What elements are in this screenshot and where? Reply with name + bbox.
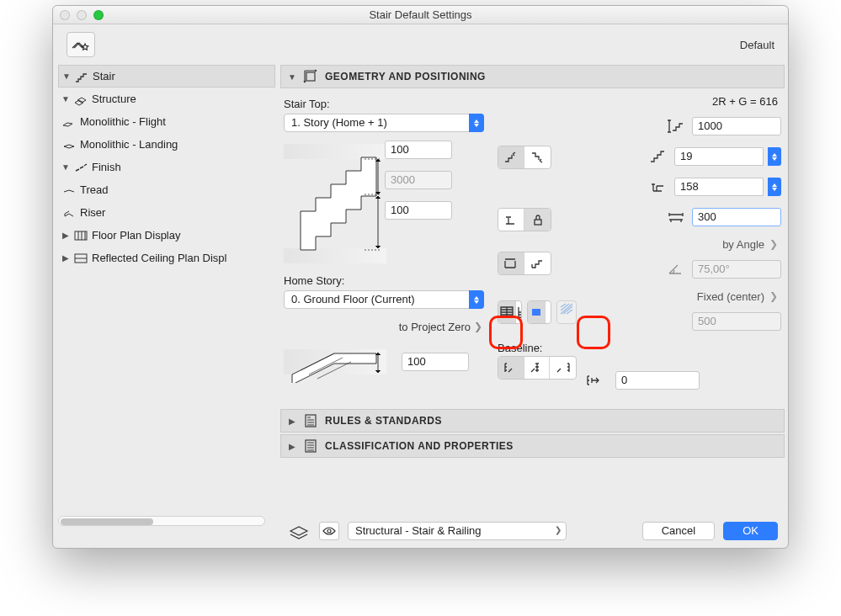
section-header-rules[interactable]: ▶ RULES & STANDARDS xyxy=(280,409,785,433)
dropdown-arrows-icon[interactable] xyxy=(469,290,484,309)
stair-width-input: 500 xyxy=(692,312,781,331)
tree-label: Finish xyxy=(92,161,121,173)
disclosure-triangle-icon[interactable]: ▼ xyxy=(288,72,296,82)
to-project-zero-link[interactable]: to Project Zero ❯ xyxy=(284,317,482,336)
finish-icon xyxy=(73,161,88,174)
disclosure-triangle-icon[interactable]: ▶ xyxy=(61,253,70,263)
riser-count-stepper[interactable] xyxy=(768,147,781,166)
settings-tree-sidebar: ▼ Stair ▼ Structure Monolithic - Flight … xyxy=(53,65,275,548)
stair-top-label: Stair Top: xyxy=(284,98,330,110)
structure-icon xyxy=(73,93,88,106)
going-input[interactable]: 300 xyxy=(692,208,781,226)
tree-label: Reflected Ceiling Plan Displ xyxy=(92,252,226,264)
project-zero-diagram: 100 xyxy=(284,341,484,383)
tree-item-stair[interactable]: ▼ Stair xyxy=(58,65,275,88)
walkline-mode-toggle[interactable] xyxy=(498,146,551,169)
walkline-up-option[interactable] xyxy=(498,146,524,168)
tree-label: Structure xyxy=(92,93,136,105)
window-titlebar: Stair Default Settings xyxy=(53,6,788,24)
minimize-icon[interactable] xyxy=(77,10,87,20)
close-icon[interactable] xyxy=(60,10,70,20)
stair-top-select[interactable]: 1. Story (Home + 1) xyxy=(284,114,484,132)
tree-item-structure[interactable]: ▼ Structure xyxy=(58,88,275,110)
width-mode-label: Fixed (center) xyxy=(697,290,764,303)
disclosure-triangle-icon[interactable]: ▶ xyxy=(288,442,296,451)
walkline-down-option[interactable] xyxy=(524,146,551,168)
riser-locked-option[interactable] xyxy=(524,209,551,231)
total-height-icon xyxy=(665,117,687,135)
tree-item-floor-plan-display[interactable]: ▶ Floor Plan Display xyxy=(58,224,275,247)
flight-icon xyxy=(61,115,77,129)
turning-type-toggle[interactable] xyxy=(527,300,551,324)
tree-label: Stair xyxy=(93,70,115,82)
tree-item-finish[interactable]: ▼ Finish xyxy=(58,156,275,178)
width-mode-link[interactable]: Fixed (center) ❯ xyxy=(583,288,781,305)
tree-item-monolithic-landing[interactable]: Monolithic - Landing xyxy=(58,133,275,156)
winder-pattern-icon xyxy=(556,300,577,324)
going-free-option[interactable] xyxy=(498,252,524,274)
baseline-center-option[interactable] xyxy=(524,357,551,379)
ok-button[interactable]: OK xyxy=(723,522,778,540)
classification-icon xyxy=(303,438,318,454)
favorites-button[interactable] xyxy=(67,32,95,57)
section-header-classification[interactable]: ▶ CLASSIFICATION AND PROPERTIES xyxy=(280,434,785,458)
going-lock-toggle[interactable] xyxy=(498,252,551,275)
segment-type-toggle[interactable] xyxy=(498,300,522,324)
riser-height-input[interactable]: 158 xyxy=(674,178,764,196)
window-title: Stair Default Settings xyxy=(369,8,471,21)
segment-straight-option[interactable] xyxy=(498,301,516,323)
going-locked-option[interactable] xyxy=(524,252,551,274)
window-controls xyxy=(60,10,104,20)
riser-linked-option[interactable] xyxy=(498,209,524,231)
turning-landing-option[interactable] xyxy=(528,301,546,323)
tree-label: Monolithic - Flight xyxy=(80,115,166,128)
dialog-window: Stair Default Settings Default ▼ Stair ▼ xyxy=(52,5,789,549)
tree-item-riser[interactable]: Riser xyxy=(58,201,275,224)
stair-elevation-diagram: 100 3000 100 xyxy=(284,141,484,267)
home-story-select[interactable]: 0. Ground Floor (Current) xyxy=(284,290,484,309)
dropdown-arrows-icon[interactable] xyxy=(469,114,484,132)
layer-select[interactable]: Structural - Stair & Railing ❯ xyxy=(348,522,567,540)
angle-input: 75,00° xyxy=(692,260,781,279)
layer-stack-icon xyxy=(287,523,311,539)
bottom-offset-input[interactable]: 100 xyxy=(385,201,452,220)
disclosure-triangle-icon[interactable]: ▶ xyxy=(288,417,296,426)
riser-lock-toggle[interactable] xyxy=(498,208,551,231)
tree-item-rcp-display[interactable]: ▶ Reflected Ceiling Plan Displ xyxy=(58,247,275,269)
stair-top-value: 1. Story (Home + 1) xyxy=(284,114,484,132)
tree-item-tread[interactable]: Tread xyxy=(58,178,275,201)
disclosure-triangle-icon[interactable]: ▼ xyxy=(62,72,71,81)
disclosure-triangle-icon[interactable]: ▼ xyxy=(61,94,70,104)
floorplan-icon xyxy=(73,229,88,242)
layer-visibility-toggle[interactable] xyxy=(319,522,339,540)
disclosure-triangle-icon[interactable]: ▼ xyxy=(61,162,70,172)
selection-scope-label: Default xyxy=(740,39,774,51)
project-zero-input[interactable]: 100 xyxy=(402,353,469,371)
riser-count-input[interactable]: 19 xyxy=(674,147,764,166)
riser-height-stepper[interactable] xyxy=(768,178,781,196)
zoom-icon[interactable] xyxy=(93,10,104,20)
by-angle-link[interactable]: by Angle ❯ xyxy=(583,236,781,252)
section-header-geometry[interactable]: ▼ GEOMETRY AND POSITIONING xyxy=(280,65,785,88)
section-title: GEOMETRY AND POSITIONING xyxy=(325,71,486,82)
by-angle-label: by Angle xyxy=(722,238,764,251)
baseline-offset-icon xyxy=(583,371,605,390)
scrollbar-thumb[interactable] xyxy=(61,518,153,525)
baseline-left-option[interactable] xyxy=(498,357,524,379)
stair-formula-label: 2R + G = 616 xyxy=(583,95,778,108)
svg-point-7 xyxy=(327,529,331,533)
baseline-right-option[interactable] xyxy=(550,357,576,379)
horizontal-scrollbar[interactable] xyxy=(58,516,265,526)
turning-popup-icon[interactable] xyxy=(546,301,551,323)
disclosure-triangle-icon[interactable]: ▶ xyxy=(61,231,70,240)
svg-rect-3 xyxy=(535,220,541,225)
tree-item-monolithic-flight[interactable]: Monolithic - Flight xyxy=(58,110,275,133)
segment-winder-option[interactable] xyxy=(516,301,522,323)
popup-chevron-icon: ❯ xyxy=(555,525,562,534)
tree-label: Riser xyxy=(80,206,105,219)
total-height-input[interactable]: 1000 xyxy=(692,117,781,135)
baseline-position-toggle[interactable] xyxy=(498,356,577,380)
top-offset-input[interactable]: 100 xyxy=(385,141,452,159)
baseline-offset-input[interactable]: 0 xyxy=(615,371,700,390)
cancel-button[interactable]: Cancel xyxy=(642,522,715,540)
